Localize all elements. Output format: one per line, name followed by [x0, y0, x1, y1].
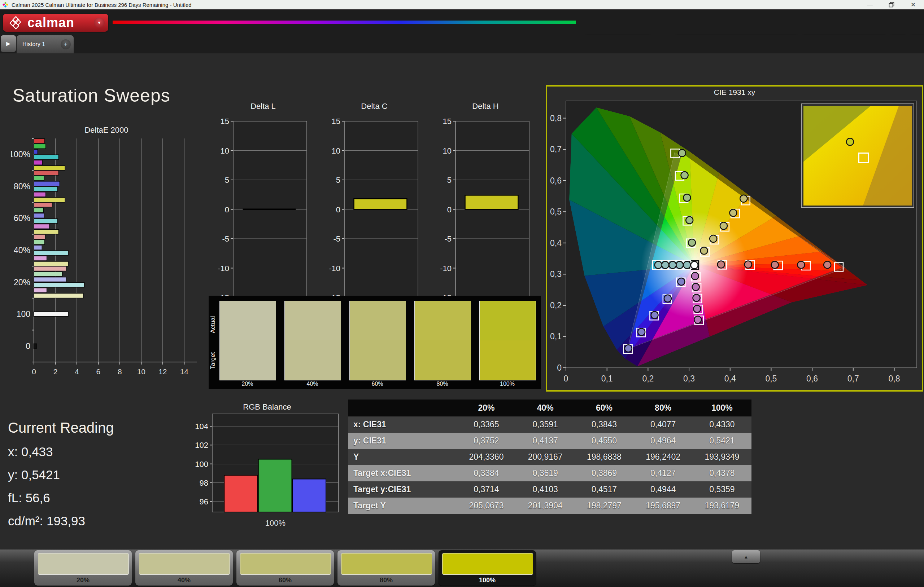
deltae-bar	[34, 187, 58, 191]
deltae-bar	[34, 176, 44, 181]
calman-menu-arrow[interactable]: ▼	[94, 18, 105, 28]
cie-measured-marker	[771, 261, 779, 268]
tab-bar: ▶ History 1 +	[0, 35, 924, 53]
svg-text:15: 15	[332, 117, 340, 126]
pattern-button-20%[interactable]: 20%	[34, 550, 132, 585]
pattern-button-label: 60%	[236, 577, 334, 584]
pattern-swatch	[442, 553, 533, 575]
deltae-bar	[34, 202, 52, 207]
svg-text:-5: -5	[333, 234, 340, 243]
svg-text:5: 5	[336, 176, 340, 184]
minimize-button[interactable]: —	[859, 0, 881, 9]
target-swatch-80%	[414, 340, 471, 380]
transport-collapse-button[interactable]: ▲	[732, 550, 760, 563]
cie-chart-title: CIE 1931 xy	[547, 88, 922, 97]
pattern-swatch	[341, 553, 432, 575]
svg-text:-10: -10	[440, 264, 452, 273]
svg-text:15: 15	[443, 117, 452, 126]
svg-text:0,1: 0,1	[550, 332, 562, 341]
deltae-bar	[34, 208, 44, 212]
deltae-bar	[34, 312, 68, 317]
pattern-button-label: 40%	[135, 577, 233, 584]
svg-text:40%: 40%	[14, 245, 30, 255]
strip-column-label: 100%	[479, 381, 535, 387]
delta-c-title: Delta C	[328, 102, 421, 111]
strip-column-label: 20%	[219, 381, 276, 387]
restore-button[interactable]	[881, 0, 903, 9]
calman-logo-text: calman	[27, 15, 74, 30]
svg-text:0,7: 0,7	[550, 145, 562, 154]
table-cell: 201,3904	[516, 501, 574, 511]
svg-text:0,5: 0,5	[765, 374, 777, 383]
pattern-button-80%[interactable]: 80%	[337, 550, 435, 585]
svg-text:0,2: 0,2	[550, 301, 562, 310]
title-bar: Calman 2025 Calman Ultimate for Business…	[0, 0, 924, 9]
actual-swatch-80%	[414, 301, 471, 341]
table-cell: 198,6838	[574, 452, 634, 462]
cie-measured-marker	[692, 283, 700, 291]
actual-swatch-20%	[219, 301, 276, 341]
table-cell: 0,4944	[634, 485, 693, 494]
table-cell: 0,3843	[574, 420, 634, 429]
deltae-bar	[34, 171, 58, 175]
deltae-bar	[34, 144, 46, 148]
svg-text:104: 104	[195, 422, 208, 431]
deltae-bar	[34, 138, 45, 143]
svg-text:15: 15	[221, 117, 229, 126]
table-row: y: CIE310,37520,41370,45500,49640,5421	[348, 433, 751, 449]
add-tab-button[interactable]: +	[61, 39, 71, 49]
deltae-bar	[34, 272, 63, 276]
calman-logo-icon	[8, 15, 24, 31]
pattern-swatch	[38, 553, 129, 575]
svg-text:0: 0	[32, 367, 36, 376]
deltae-bar	[34, 344, 36, 348]
calman-menu-button[interactable]: calman ▼	[3, 14, 108, 32]
strip-column-label: 60%	[350, 381, 405, 387]
deltae-bar	[34, 277, 66, 282]
cie-1931-panel: CIE 1931 xy 000,10,10,20,20,30,30,40,40,…	[546, 85, 923, 391]
tab-history-1[interactable]: History 1 +	[16, 35, 74, 53]
table-column-header: 100%	[693, 403, 751, 413]
deltae-bar	[34, 261, 68, 266]
delta-c-chart: -15-10-5051015100%	[328, 111, 421, 315]
svg-text:98: 98	[200, 478, 208, 487]
cie-measured-marker	[693, 294, 700, 301]
svg-text:20%: 20%	[14, 278, 30, 287]
deltae-bar	[34, 294, 83, 298]
svg-text:0,1: 0,1	[601, 374, 613, 383]
svg-text:10: 10	[443, 146, 452, 155]
actual-target-strip: Actual Target 20%40%60%80%100%	[209, 296, 541, 389]
cie-measured-marker	[701, 247, 708, 254]
table-cell: 0,3384	[457, 469, 516, 478]
pattern-swatch	[240, 553, 331, 575]
rgb-balance-title: RGB Balance	[191, 403, 343, 412]
tab-scroll-button[interactable]: ▶	[1, 35, 16, 52]
cie-measured-marker	[729, 209, 737, 216]
close-button[interactable]: ×	[903, 0, 924, 9]
table-row-label: Target Y	[348, 501, 457, 511]
strip-column-label: 40%	[284, 381, 340, 387]
svg-text:0: 0	[564, 374, 568, 383]
table-row-label: Target x:CIE31	[348, 469, 457, 478]
svg-text:0: 0	[447, 205, 452, 214]
app-logo-icon	[2, 2, 9, 8]
svg-text:5: 5	[225, 176, 229, 184]
cie-measured-marker	[683, 261, 690, 269]
table-cell: 0,3869	[574, 469, 634, 478]
cie-measured-marker	[710, 235, 717, 242]
reading-x: x: 0,433	[8, 445, 114, 459]
cie-measured-marker	[745, 261, 752, 268]
table-column-header: 20%	[457, 403, 516, 413]
table-row: Target Y205,0673201,3904198,2797195,6897…	[348, 498, 751, 514]
cie-measured-marker	[740, 195, 747, 202]
chevron-down-icon: ▼	[97, 20, 101, 25]
svg-text:5: 5	[447, 176, 452, 184]
svg-text:0,8: 0,8	[888, 374, 900, 383]
cie-measured-marker	[691, 273, 699, 280]
pattern-button-40%[interactable]: 40%	[135, 550, 233, 585]
pattern-button-60%[interactable]: 60%	[236, 550, 334, 585]
cie-measured-marker	[669, 261, 676, 269]
pattern-button-100%[interactable]: 100%	[439, 550, 536, 585]
chevron-up-icon: ▲	[744, 554, 749, 560]
svg-text:0: 0	[225, 205, 229, 214]
